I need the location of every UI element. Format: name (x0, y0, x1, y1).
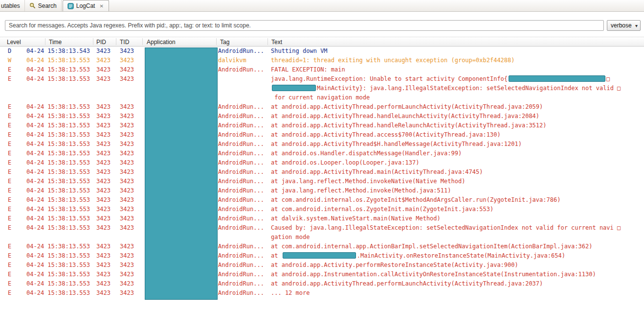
log-pid: 3423 (96, 251, 120, 261)
log-row[interactable]: E04-24 15:38:13.55334233423AndroidRun...… (0, 242, 644, 251)
log-tid: 3423 (120, 242, 145, 251)
log-tid (120, 84, 145, 93)
chevron-down-icon: ▾ (635, 23, 638, 28)
column-header-level[interactable]: Level (7, 39, 21, 46)
log-row[interactable]: E04-24 15:38:13.55334233423AndroidRun...… (0, 130, 644, 140)
log-level: E (0, 186, 20, 195)
log-row[interactable]: W04-24 15:38:13.55334233423dalvikvmthrea… (0, 56, 644, 65)
log-row[interactable]: E04-24 15:38:13.55334233423AndroidRun...… (0, 65, 644, 74)
log-text-segment: at (271, 252, 282, 259)
log-tid: 3423 (120, 47, 145, 56)
log-row[interactable]: gation mode (0, 233, 644, 242)
log-row[interactable]: E04-24 15:38:13.55334233423AndroidRun...… (0, 205, 644, 214)
log-tid: 3423 (120, 223, 145, 233)
column-header-text[interactable]: Text (271, 39, 282, 46)
log-tag: AndroidRun... (218, 223, 269, 233)
log-tid: 3423 (120, 195, 145, 205)
log-tid: 3423 (120, 112, 145, 121)
log-row[interactable]: E04-24 15:38:13.55334233423AndroidRun...… (0, 149, 644, 158)
log-row[interactable]: E04-24 15:38:13.55334233423AndroidRun...… (0, 279, 644, 288)
column-separator (45, 38, 45, 45)
log-text-segment: at android.app.Activity.performRestoreIn… (271, 262, 518, 268)
log-row[interactable]: E04-24 15:38:13.55334233423AndroidRun...… (0, 112, 644, 121)
log-level: E (0, 149, 20, 158)
log-pid: 3423 (96, 74, 120, 84)
search-input[interactable] (5, 20, 604, 31)
log-text-segment: at android.app.ActivityThread$H.handleMe… (271, 141, 522, 147)
log-text: Shutting down VM (269, 47, 644, 56)
log-row[interactable]: E04-24 15:38:13.55334233423AndroidRun...… (0, 214, 644, 223)
log-tid: 3423 (120, 65, 145, 74)
log-row[interactable]: E04-24 15:38:13.55334233423AndroidRun...… (0, 102, 644, 112)
log-row[interactable]: for current navigation mode (0, 93, 644, 102)
log-text-segment: at android.app.ActivityThread.handleLaun… (271, 113, 539, 120)
log-pid: 3423 (96, 214, 120, 223)
log-time: 04-24 15:38:13.553 (20, 279, 96, 288)
column-header-tag[interactable]: Tag (220, 39, 229, 46)
log-row[interactable]: D04-24 15:38:13.54334233423AndroidRun...… (0, 47, 644, 56)
log-text-segment: ... 12 more (271, 289, 310, 296)
logcat-toolbar: verbose ▾ (0, 12, 644, 31)
column-header-application[interactable]: Application (147, 39, 176, 46)
log-text: at com.android.internal.app.ActionBarImp… (269, 242, 644, 251)
column-separator (116, 38, 116, 45)
log-level: D (0, 47, 20, 56)
log-row[interactable]: E04-24 15:38:13.55334233423AndroidRun...… (0, 223, 644, 233)
column-header-time[interactable]: Time (49, 39, 62, 46)
log-tag: AndroidRun... (218, 149, 269, 158)
close-icon[interactable]: ✕ (99, 3, 104, 9)
log-level: E (0, 223, 20, 233)
column-header-tid[interactable]: TID (120, 39, 129, 46)
log-text-segment: gation mode (271, 234, 310, 240)
log-time: 04-24 15:38:13.553 (20, 149, 96, 158)
log-text: FATAL EXCEPTION: main (269, 65, 644, 74)
tab-logcat[interactable]: LogCat ✕ (63, 0, 109, 11)
log-text: at com.android.internal.os.ZygoteInit.ma… (269, 205, 644, 214)
log-pid: 3423 (96, 261, 120, 270)
log-text: at android.app.ActivityThread.handleLaun… (269, 112, 644, 121)
column-header-pid[interactable]: PID (96, 39, 106, 46)
log-text: at dalvik.system.NativeStart.main(Native… (269, 214, 644, 223)
log-row[interactable]: E04-24 15:38:13.55334233423AndroidRun...… (0, 251, 644, 261)
log-text-segment: java.lang.RuntimeException: Unable to st… (271, 75, 508, 82)
log-level: E (0, 167, 20, 177)
column-separator (267, 38, 268, 45)
log-text-segment: at android.os.Looper.loop(Looper.java:13… (271, 159, 419, 166)
log-tid: 3423 (120, 149, 145, 158)
log-level: E (0, 121, 20, 130)
log-row[interactable]: E04-24 15:38:13.55334233423AndroidRun...… (0, 270, 644, 279)
log-row[interactable]: MainActivity}: java.lang.IllegalStateExc… (0, 84, 644, 93)
log-tag (218, 233, 269, 242)
logcat-table: LevelTimePIDTIDApplicationTagText D04-24… (0, 37, 644, 298)
log-row[interactable]: E04-24 15:38:13.55334233423AndroidRun...… (0, 121, 644, 130)
log-tid (120, 233, 145, 242)
table-body: D04-24 15:38:13.54334233423AndroidRun...… (0, 47, 644, 298)
log-pid: 3423 (96, 149, 120, 158)
log-row[interactable]: E04-24 15:38:13.55334233423AndroidRun...… (0, 140, 644, 149)
log-time: 04-24 15:38:13.553 (20, 74, 96, 84)
log-level: E (0, 251, 20, 261)
log-text-segment: Shutting down VM (271, 48, 328, 54)
tab-variables-partial[interactable]: utables (0, 0, 25, 11)
log-row[interactable]: E04-24 15:38:13.55334233423AndroidRun...… (0, 177, 644, 186)
logcat-icon (67, 3, 74, 9)
log-row[interactable]: E04-24 15:38:13.55334233423AndroidRun...… (0, 195, 644, 205)
log-tag: AndroidRun... (218, 288, 269, 298)
log-tag: AndroidRun... (218, 270, 269, 279)
log-text-segment: at android.app.ActivityThread.performLau… (271, 280, 543, 287)
log-tag (218, 74, 269, 84)
log-pid: 3423 (96, 65, 120, 74)
log-level-filter[interactable]: verbose ▾ (607, 20, 641, 31)
log-time: 04-24 15:38:13.553 (20, 121, 96, 130)
log-row[interactable]: E04-24 15:38:13.55334233423AndroidRun...… (0, 261, 644, 270)
tab-search[interactable]: Search (25, 0, 62, 11)
log-pid: 3423 (96, 158, 120, 167)
log-row[interactable]: E04-24 15:38:13.55334233423AndroidRun...… (0, 186, 644, 195)
log-row[interactable]: E04-24 15:38:13.55334233423AndroidRun...… (0, 288, 644, 298)
log-row[interactable]: E04-24 15:38:13.55334233423AndroidRun...… (0, 167, 644, 177)
log-level: E (0, 270, 20, 279)
log-time: 04-24 15:38:13.543 (20, 47, 96, 56)
log-pid: 3423 (96, 186, 120, 195)
log-row[interactable]: E04-24 15:38:13.55334233423java.lang.Run… (0, 74, 644, 84)
log-row[interactable]: E04-24 15:38:13.55334233423AndroidRun...… (0, 158, 644, 167)
